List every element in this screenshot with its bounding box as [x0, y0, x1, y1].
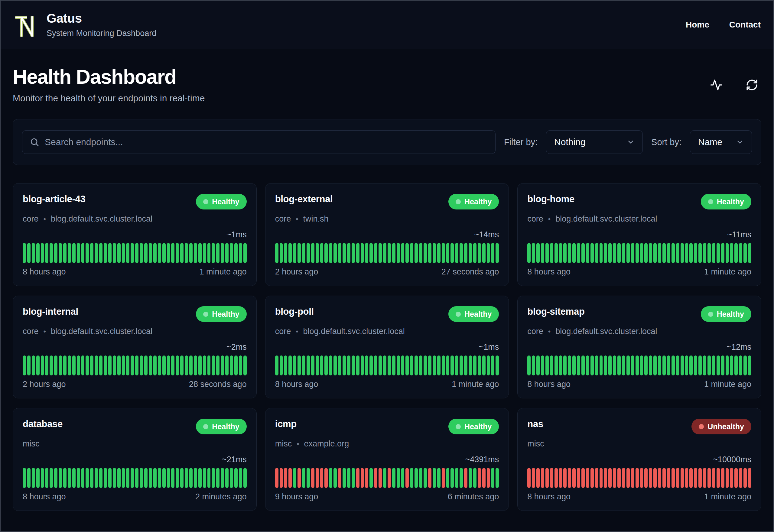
- status-badge: Healthy: [701, 306, 751, 322]
- uptime-bar-up: [162, 468, 166, 488]
- endpoint-host: blog.default.svc.cluster.local: [51, 214, 152, 224]
- uptime-bar-up: [356, 355, 359, 375]
- nav-link-home[interactable]: Home: [686, 20, 709, 30]
- uptime-bar-up: [550, 355, 553, 375]
- endpoint-card[interactable]: blog-home Healthy core • blog.default.sv…: [517, 183, 761, 286]
- uptime-bar-up: [554, 355, 558, 375]
- uptime-bar-up: [365, 355, 368, 375]
- uptime-bar-up: [32, 468, 35, 488]
- endpoint-card[interactable]: database Healthy misc • ~21ms 8 hours ag…: [13, 408, 257, 511]
- endpoint-name: blog-sitemap: [527, 306, 584, 317]
- endpoint-card[interactable]: blog-external Healthy core • twin.sh ~14…: [265, 183, 509, 286]
- uptime-bar-down: [478, 468, 481, 488]
- uptime-bar-down: [689, 468, 693, 488]
- uptime-bar-up: [203, 468, 206, 488]
- latency-label: ~11ms: [527, 230, 751, 239]
- uptime-bar-up: [442, 243, 445, 263]
- uptime-bar-up: [662, 355, 666, 375]
- uptime-bar-up: [171, 468, 174, 488]
- uptime-bar-up: [316, 355, 319, 375]
- endpoint-card[interactable]: blog-article-43 Healthy core • blog.defa…: [13, 183, 257, 286]
- nav-link-contact[interactable]: Contact: [729, 20, 761, 30]
- uptime-bar-up: [50, 468, 53, 488]
- uptime-bar-up: [572, 355, 576, 375]
- uptime-bar-up: [212, 468, 215, 488]
- uptime-bar-up: [216, 468, 220, 488]
- endpoint-card[interactable]: nas Unhealthy misc • ~10000ms 8 hours ag…: [517, 408, 761, 511]
- uptime-bar-up: [608, 243, 612, 263]
- newest-timestamp: 27 seconds ago: [441, 267, 499, 277]
- uptime-bar-up: [604, 243, 607, 263]
- status-dot-icon: [708, 199, 713, 204]
- uptime-bar-up: [343, 468, 346, 488]
- filter-select[interactable]: Nothing: [546, 130, 643, 154]
- search-icon: [30, 137, 39, 147]
- uptime-bar-up: [590, 355, 594, 375]
- uptime-bar-down: [712, 468, 715, 488]
- uptime-bars: [527, 468, 751, 488]
- uptime-bar-up: [617, 243, 621, 263]
- uptime-bar-up: [681, 243, 684, 263]
- activity-icon[interactable]: [709, 78, 723, 92]
- uptime-bar-up: [653, 243, 657, 263]
- uptime-bar-up: [347, 243, 350, 263]
- uptime-bar-up: [496, 243, 499, 263]
- status-badge: Healthy: [448, 419, 499, 434]
- endpoint-card[interactable]: blog-sitemap Healthy core • blog.default…: [517, 296, 761, 398]
- refresh-icon[interactable]: [745, 78, 759, 92]
- endpoint-group: misc: [23, 439, 40, 449]
- endpoint-card[interactable]: blog-poll Healthy core • blog.default.sv…: [265, 296, 509, 398]
- uptime-bar-up: [131, 468, 134, 488]
- uptime-bar-up: [293, 468, 296, 488]
- oldest-timestamp: 8 hours ago: [527, 380, 571, 389]
- uptime-bar-up: [41, 468, 44, 488]
- uptime-bar-down: [658, 468, 661, 488]
- time-range: 2 hours ago 27 seconds ago: [275, 267, 499, 277]
- endpoint-group: core: [527, 214, 543, 224]
- uptime-bar-up: [478, 243, 481, 263]
- uptime-bar-up: [333, 355, 337, 375]
- uptime-bar-down: [672, 468, 675, 488]
- endpoint-card[interactable]: blog-internal Healthy core • blog.defaul…: [13, 296, 257, 398]
- uptime-bar-down: [608, 468, 612, 488]
- uptime-bars: [527, 355, 751, 375]
- uptime-bar-up: [563, 243, 567, 263]
- status-badge: Healthy: [448, 194, 499, 209]
- uptime-bar-down: [559, 468, 562, 488]
- sort-select[interactable]: Name: [690, 130, 752, 154]
- uptime-bar-up: [491, 468, 494, 488]
- uptime-bar-up: [545, 355, 549, 375]
- uptime-bar-up: [239, 243, 242, 263]
- uptime-bar-down: [563, 468, 567, 488]
- uptime-bar-up: [685, 243, 688, 263]
- uptime-bar-up: [667, 355, 670, 375]
- endpoint-name: blog-external: [275, 194, 333, 205]
- meta-separator: •: [548, 327, 551, 336]
- endpoint-card[interactable]: icmp Healthy misc • example.org ~4391ms …: [265, 408, 509, 511]
- status-badge: Healthy: [701, 194, 751, 209]
- chevron-down-icon: [627, 138, 635, 146]
- uptime-bar-up: [225, 355, 229, 375]
- uptime-bar-down: [676, 468, 679, 488]
- uptime-bar-up: [730, 243, 733, 263]
- uptime-bar-up: [333, 468, 337, 488]
- uptime-bar-up: [90, 468, 93, 488]
- uptime-bar-up: [243, 355, 247, 375]
- uptime-bar-up: [460, 355, 463, 375]
- uptime-bar-up: [108, 468, 112, 488]
- uptime-bar-up: [81, 468, 85, 488]
- uptime-bar-up: [496, 468, 499, 488]
- uptime-bar-up: [149, 243, 152, 263]
- endpoint-host: blog.default.svc.cluster.local: [555, 327, 657, 336]
- search-input[interactable]: [45, 137, 488, 147]
- uptime-bar-up: [600, 355, 603, 375]
- endpoint-group: core: [527, 327, 543, 336]
- card-header: blog-sitemap Healthy: [527, 306, 751, 322]
- uptime-bar-down: [374, 468, 377, 488]
- endpoint-name: icmp: [275, 419, 297, 430]
- uptime-bar-down: [622, 468, 625, 488]
- uptime-bar-up: [563, 355, 567, 375]
- uptime-bar-up: [203, 355, 206, 375]
- uptime-bar-up: [338, 243, 341, 263]
- uptime-bar-up: [122, 468, 125, 488]
